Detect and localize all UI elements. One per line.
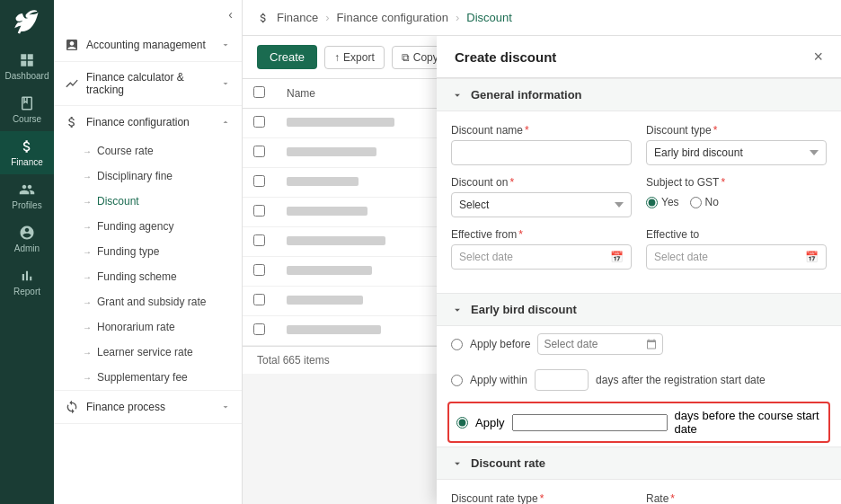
sidebar-item-profiles[interactable]: Profiles: [0, 174, 54, 217]
nav-item-funding-agency[interactable]: → Funding agency: [72, 214, 242, 239]
required-indicator: *: [518, 228, 523, 241]
effective-to-datepicker[interactable]: Select date 📅: [646, 244, 827, 270]
discount-rate-header[interactable]: Discount rate: [437, 447, 841, 480]
row-name: [287, 325, 381, 334]
calendar-icon: 📅: [610, 251, 624, 263]
row-checkbox[interactable]: [253, 146, 265, 157]
form-group-rate-type: Discount rate type* Select Percentage Fi…: [451, 492, 632, 504]
apply-within-label: Apply within: [470, 374, 527, 386]
row-checkbox[interactable]: [253, 175, 265, 187]
sidebar-item-label: Profiles: [12, 200, 41, 210]
nav-item-grant-subsidy[interactable]: → Grant and subsidy rate: [72, 289, 242, 314]
nav-section-accounting-header[interactable]: Accounting management: [54, 29, 242, 61]
nav-item-honorarium[interactable]: → Honorarium rate: [72, 314, 242, 340]
nav-section-finance-process-header[interactable]: Finance process: [54, 391, 242, 423]
row-checkbox[interactable]: [253, 116, 265, 128]
arrow-icon: →: [83, 172, 92, 181]
arrow-icon: →: [83, 146, 92, 156]
create-button[interactable]: Create: [257, 45, 317, 69]
grid-icon: [19, 52, 35, 68]
arrow-icon: →: [83, 197, 92, 207]
row-checkbox[interactable]: [253, 205, 265, 217]
gst-no-radio[interactable]: [690, 197, 702, 208]
required-indicator: *: [670, 492, 675, 504]
sidebar-item-label: Dashboard: [5, 71, 49, 81]
modal-close-button[interactable]: ×: [813, 49, 823, 65]
apply-before-row: Apply before: [437, 326, 841, 362]
apply-radio[interactable]: [456, 417, 468, 429]
nav-item-funding-scheme[interactable]: → Funding scheme: [72, 264, 242, 289]
nav-item-discount[interactable]: → Discount: [72, 189, 242, 214]
early-bird-section: Early bird discount Apply before Apply w…: [437, 293, 841, 447]
breadcrumb-sep1: ›: [325, 11, 329, 24]
discount-type-select[interactable]: Early bird discount Standard discount: [646, 140, 827, 165]
discount-rate-section: Discount rate Discount rate type* Select…: [437, 447, 841, 504]
chevron-down-rate-icon: [451, 457, 464, 470]
export-button[interactable]: ↑ Export: [324, 46, 385, 69]
export-icon: ↑: [334, 51, 340, 64]
nav-item-supplementary-fee[interactable]: → Supplementary fee: [72, 365, 242, 390]
nav-section-label: Finance calculator & tracking: [86, 71, 213, 96]
nav-item-disciplinary-fine[interactable]: → Disciplinary fine: [72, 164, 242, 189]
row-checkbox[interactable]: [253, 323, 265, 335]
gst-yes-radio[interactable]: [646, 197, 658, 208]
discount-on-select[interactable]: Select: [451, 192, 632, 217]
row-checkbox[interactable]: [253, 264, 265, 276]
apply-before-date-input[interactable]: [537, 333, 663, 355]
list-area: Create ↑ Export ⧉ Copy ✏ Edit + Add new: [243, 36, 841, 504]
sidebar-item-label: Finance: [11, 157, 43, 167]
effective-to-placeholder: Select date: [654, 251, 708, 263]
form-group-discount-name: Discount name*: [451, 124, 632, 165]
nav-item-label: Grant and subsidy rate: [97, 296, 206, 308]
discount-name-input[interactable]: [451, 140, 632, 165]
gst-yes-option[interactable]: Yes: [646, 196, 679, 208]
nav-item-learner-service[interactable]: → Learner service rate: [72, 340, 242, 365]
gst-yes-label: Yes: [661, 196, 679, 208]
effective-from-datepicker[interactable]: Select date 📅: [451, 244, 632, 270]
apply-within-radio[interactable]: [451, 375, 463, 386]
nav-section-finance-calc: Finance calculator & tracking: [54, 62, 242, 106]
modal-header: Create discount ×: [437, 36, 841, 78]
nav-section-finance-calc-header[interactable]: Finance calculator & tracking: [54, 62, 242, 105]
nav-item-funding-type[interactable]: → Funding type: [72, 239, 242, 264]
row-checkbox[interactable]: [253, 294, 265, 305]
arrow-icon: →: [83, 348, 92, 358]
rate-type-label: Discount rate type*: [451, 492, 632, 504]
select-all-checkbox[interactable]: [253, 86, 265, 98]
apply-days-input[interactable]: [512, 414, 668, 431]
sidebar-item-report[interactable]: Report: [0, 261, 54, 304]
required-indicator: *: [713, 124, 718, 137]
sidebar-item-course[interactable]: Course: [0, 88, 54, 131]
nav-item-label: Supplementary fee: [97, 371, 188, 384]
logo-icon: [13, 9, 40, 36]
apply-within-days-input[interactable]: [535, 369, 589, 391]
sidebar-item-admin[interactable]: Admin: [0, 217, 54, 261]
required-indicator: *: [721, 176, 725, 189]
chart-icon: [19, 268, 35, 284]
app-logo[interactable]: [0, 0, 54, 45]
early-bird-header[interactable]: Early bird discount: [437, 293, 841, 326]
dollar-icon: [19, 138, 35, 155]
sidebar-item-dashboard[interactable]: Dashboard: [0, 45, 54, 88]
apply-before-radio[interactable]: [451, 339, 463, 350]
sidebar-item-finance[interactable]: Finance: [0, 131, 54, 174]
breadcrumb-finance: Finance: [277, 11, 318, 24]
collapse-button[interactable]: ‹: [228, 7, 233, 22]
admin-icon: [19, 225, 35, 241]
gst-no-label: No: [705, 196, 719, 208]
nav-toggle[interactable]: ‹: [54, 0, 242, 29]
nav-section-finance-config-header[interactable]: Finance configuration: [54, 106, 242, 138]
general-info-header[interactable]: General information: [437, 78, 841, 111]
calculator-icon: [65, 38, 79, 52]
finance-breadcrumb-icon: [257, 12, 270, 24]
arrow-icon: →: [83, 272, 92, 282]
effective-from-label: Effective from*: [451, 228, 632, 241]
apply-within-suffix: days after the registration start date: [596, 374, 766, 386]
gst-no-option[interactable]: No: [690, 196, 719, 208]
row-checkbox[interactable]: [253, 234, 265, 246]
arrow-icon: →: [83, 247, 92, 257]
row-name: [287, 266, 372, 275]
nav-item-label: Funding agency: [97, 220, 173, 233]
nav-item-course-rate[interactable]: → Course rate: [72, 138, 242, 164]
book-icon: [19, 95, 35, 111]
